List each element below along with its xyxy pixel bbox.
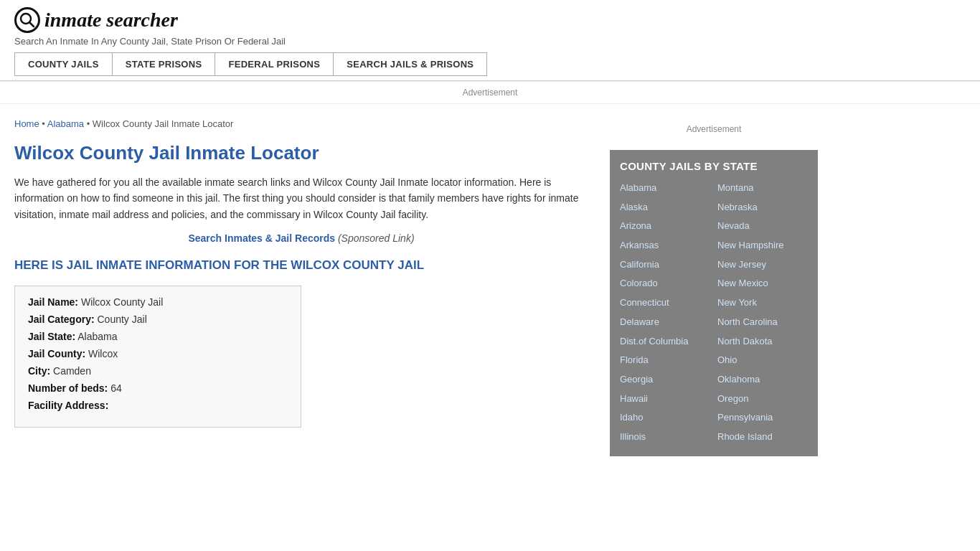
state-link[interactable]: Montana: [717, 179, 808, 197]
svg-line-1: [29, 22, 34, 27]
state-link[interactable]: Rhode Island: [717, 428, 808, 446]
state-link[interactable]: North Dakota: [717, 333, 808, 351]
city-value: Camden: [53, 365, 91, 377]
nav-county-jails[interactable]: COUNTY JAILS: [15, 53, 113, 75]
jail-state-label: Jail State:: [28, 331, 75, 342]
state-link[interactable]: North Carolina: [717, 314, 808, 331]
sidebar: Advertisement COUNTY JAILS BY STATE Alab…: [603, 111, 818, 463]
info-box: Jail Name: Wilcox County Jail Jail Categ…: [14, 286, 301, 428]
state-link[interactable]: New York: [717, 294, 808, 312]
nav-search[interactable]: SEARCH JAILS & PRISONS: [334, 53, 486, 75]
breadcrumb-state[interactable]: Alabama: [47, 118, 84, 129]
jail-name-label: Jail Name:: [28, 296, 78, 308]
breadcrumb: Home • Alabama • Wilcox County Jail Inma…: [14, 118, 588, 129]
section-heading: HERE IS JAIL INMATE INFORMATION FOR THE …: [14, 257, 588, 274]
jail-county-label: Jail County:: [28, 348, 85, 359]
sponsored-label: (Sponsored Link): [338, 232, 415, 244]
state-link[interactable]: Pennsylvania: [717, 409, 808, 427]
logo-area: inmate searcher: [14, 7, 966, 33]
page-title: Wilcox County Jail Inmate Locator: [14, 142, 588, 164]
beds-label: Number of beds:: [28, 382, 108, 394]
state-link[interactable]: Arizona: [620, 217, 710, 235]
nav-state-prisons[interactable]: STATE PRISONS: [113, 53, 216, 75]
breadcrumb-current: Wilcox County Jail Inmate Locator: [93, 118, 234, 129]
info-row-beds: Number of beds: 64: [28, 382, 288, 394]
info-row-county: Jail County: Wilcox: [28, 348, 288, 359]
state-link[interactable]: Arkansas: [620, 237, 710, 255]
state-link[interactable]: Idaho: [620, 409, 710, 427]
breadcrumb-home[interactable]: Home: [14, 118, 39, 129]
site-header: inmate searcher Search An Inmate In Any …: [0, 0, 980, 81]
tagline: Search An Inmate In Any County Jail, Sta…: [14, 36, 966, 47]
jail-county-value: Wilcox: [88, 348, 118, 359]
jail-state-value: Alabama: [77, 331, 117, 342]
state-link[interactable]: New Mexico: [717, 275, 808, 293]
info-row-state: Jail State: Alabama: [28, 331, 288, 342]
state-link[interactable]: Nevada: [717, 217, 808, 235]
state-link[interactable]: Nebraska: [717, 199, 808, 217]
logo-icon: [14, 7, 40, 33]
state-link[interactable]: California: [620, 256, 710, 274]
state-link[interactable]: Ohio: [717, 352, 808, 369]
state-link[interactable]: Georgia: [620, 371, 710, 389]
description: We have gathered for you all the availab…: [14, 174, 588, 222]
city-label: City:: [28, 365, 50, 377]
content-area: Home • Alabama • Wilcox County Jail Inma…: [14, 111, 603, 463]
state-link[interactable]: New Jersey: [717, 256, 808, 274]
state-box: COUNTY JAILS BY STATE AlabamaMontanaAlas…: [610, 150, 818, 456]
info-row-city: City: Camden: [28, 365, 288, 377]
state-link[interactable]: Alabama: [620, 179, 710, 197]
info-row-category: Jail Category: County Jail: [28, 314, 288, 325]
jail-category-label: Jail Category:: [28, 314, 95, 325]
address-label: Facility Address:: [28, 400, 108, 411]
sponsored-link[interactable]: Search Inmates & Jail Records: [188, 232, 335, 244]
state-link[interactable]: Oklahoma: [717, 371, 808, 389]
state-link[interactable]: Hawaii: [620, 390, 710, 408]
nav-federal-prisons[interactable]: FEDERAL PRISONS: [215, 53, 334, 75]
state-link[interactable]: Delaware: [620, 314, 710, 331]
sidebar-ad: Advertisement: [610, 118, 818, 140]
beds-value: 64: [110, 382, 122, 394]
state-link[interactable]: Illinois: [620, 428, 710, 446]
main-container: Home • Alabama • Wilcox County Jail Inma…: [0, 111, 980, 463]
state-link[interactable]: Oregon: [717, 390, 808, 408]
jail-category-value: County Jail: [97, 314, 146, 325]
state-link[interactable]: New Hampshire: [717, 237, 808, 255]
state-link[interactable]: Connecticut: [620, 294, 710, 312]
ad-bar: Advertisement: [0, 81, 980, 104]
state-link[interactable]: Colorado: [620, 275, 710, 293]
state-box-title: COUNTY JAILS BY STATE: [620, 160, 808, 172]
jail-name-value: Wilcox County Jail: [81, 296, 163, 308]
state-link[interactable]: Florida: [620, 352, 710, 369]
state-grid: AlabamaMontanaAlaskaNebraskaArizonaNevad…: [620, 179, 808, 446]
sponsored-section: Search Inmates & Jail Records (Sponsored…: [14, 232, 588, 244]
state-link[interactable]: Dist.of Columbia: [620, 333, 710, 351]
state-link[interactable]: Alaska: [620, 199, 710, 217]
info-row-address: Facility Address:: [28, 400, 288, 411]
main-nav: COUNTY JAILS STATE PRISONS FEDERAL PRISO…: [14, 52, 487, 76]
logo-text: inmate searcher: [44, 9, 178, 32]
info-row-name: Jail Name: Wilcox County Jail: [28, 296, 288, 308]
